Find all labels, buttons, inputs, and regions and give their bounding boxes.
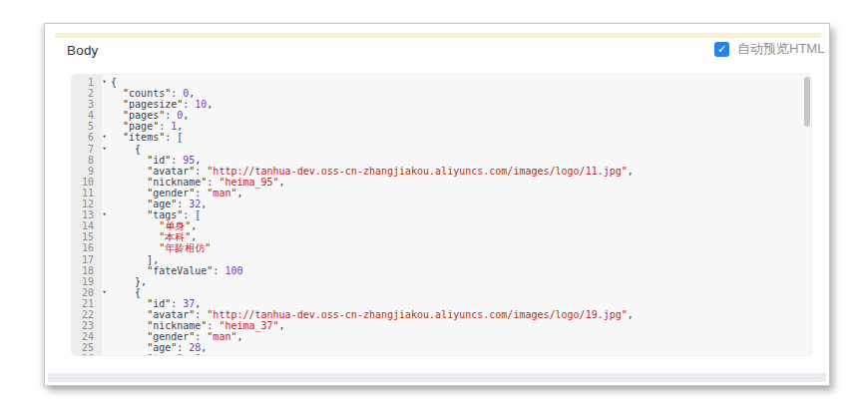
code-line: 14 "单身", bbox=[72, 220, 811, 231]
code-content: "tags": [ bbox=[111, 209, 201, 220]
line-number: 4 bbox=[72, 110, 98, 121]
line-number: 6 bbox=[72, 132, 98, 143]
code-line: 18 "fateValue": 100 bbox=[72, 265, 811, 276]
line-number: 14 bbox=[72, 220, 98, 231]
fold-spacer bbox=[98, 88, 111, 99]
fold-spacer bbox=[98, 121, 111, 132]
code-line: 3 "pagesize": 10, bbox=[72, 99, 811, 110]
line-number: 23 bbox=[72, 320, 98, 331]
code-content: "tags": [ bbox=[111, 353, 201, 355]
line-number: 26 bbox=[72, 353, 98, 355]
notice-strip bbox=[55, 33, 821, 38]
line-number: 17 bbox=[72, 254, 98, 265]
fold-toggle-icon[interactable]: ▾ bbox=[98, 209, 111, 220]
code-line: 8 "id": 95, bbox=[72, 155, 811, 166]
code-line: 20▾ { bbox=[72, 287, 811, 298]
code-line: 13▾ "tags": [ bbox=[72, 209, 811, 220]
code-line: 2 "counts": 0, bbox=[72, 88, 811, 99]
code-content: "年龄相仿" bbox=[111, 242, 211, 253]
line-number: 9 bbox=[72, 166, 98, 177]
code-content: "本科", bbox=[111, 231, 197, 242]
line-number: 25 bbox=[72, 342, 98, 353]
fold-spacer bbox=[98, 220, 111, 231]
fold-spacer bbox=[98, 265, 111, 276]
fold-toggle-icon[interactable]: ▾ bbox=[98, 287, 111, 298]
line-number: 7 bbox=[72, 144, 98, 155]
json-editor[interactable]: 1▾{2 "counts": 0,3 "pagesize": 10,4 "pag… bbox=[71, 74, 812, 356]
fold-toggle-icon[interactable]: ▾ bbox=[98, 77, 111, 88]
fold-spacer bbox=[98, 276, 111, 287]
code-content: "avatar": "http://tanhua-dev.oss-cn-zhan… bbox=[111, 166, 634, 177]
code-content: "items": [ bbox=[111, 132, 183, 143]
code-line: 15 "本科", bbox=[72, 231, 811, 242]
code-content: { bbox=[111, 77, 117, 88]
response-body-panel: Body ✓ 自动预览HTML 1▾{2 "counts": 0,3 "page… bbox=[44, 23, 830, 386]
code-line: 24 "gender": "man", bbox=[72, 331, 811, 342]
panel-title: Body bbox=[67, 43, 99, 58]
fold-spacer bbox=[98, 254, 111, 265]
code-content: "counts": 0, bbox=[111, 88, 195, 99]
line-number: 13 bbox=[72, 209, 98, 220]
code-line: 25 "age": 28, bbox=[72, 342, 811, 353]
fold-spacer bbox=[98, 242, 111, 253]
fold-spacer bbox=[98, 155, 111, 166]
code-line: 10 "nickname": "heima_95", bbox=[72, 177, 811, 188]
code-line: 16 "年龄相仿" bbox=[72, 242, 811, 253]
line-number: 22 bbox=[72, 309, 98, 320]
code-content: "id": 37, bbox=[111, 298, 201, 309]
fold-spacer bbox=[98, 231, 111, 242]
code-line: 26▾ "tags": [ bbox=[72, 353, 811, 355]
line-number: 16 bbox=[72, 242, 98, 253]
code-line: 19 }, bbox=[72, 276, 811, 287]
fold-toggle-icon[interactable]: ▾ bbox=[98, 144, 111, 155]
code-line: 7▾ { bbox=[72, 144, 811, 155]
line-number: 11 bbox=[72, 188, 98, 199]
fold-spacer bbox=[98, 309, 111, 320]
line-number: 1 bbox=[72, 77, 98, 88]
fold-spacer bbox=[98, 177, 111, 188]
code-content: "单身", bbox=[111, 220, 197, 231]
fold-toggle-icon[interactable]: ▾ bbox=[98, 132, 111, 143]
code-content: "avatar": "http://tanhua-dev.oss-cn-zhan… bbox=[111, 309, 634, 320]
code-content: { bbox=[111, 287, 141, 298]
line-number: 8 bbox=[72, 155, 98, 166]
line-number: 24 bbox=[72, 331, 98, 342]
fold-spacer bbox=[98, 110, 111, 121]
fold-spacer bbox=[98, 298, 111, 309]
fold-spacer bbox=[98, 166, 111, 177]
fold-spacer bbox=[98, 342, 111, 353]
vertical-scrollbar-thumb[interactable] bbox=[804, 77, 810, 127]
code-content: ], bbox=[111, 254, 159, 265]
checkbox-checked-icon[interactable]: ✓ bbox=[714, 42, 729, 57]
fold-spacer bbox=[98, 320, 111, 331]
line-number: 2 bbox=[72, 88, 98, 99]
horizontal-scrollbar-track[interactable] bbox=[48, 373, 826, 382]
line-number: 10 bbox=[72, 177, 98, 188]
line-number: 12 bbox=[72, 199, 98, 209]
code-line: 12 "age": 32, bbox=[72, 199, 811, 209]
line-number: 19 bbox=[72, 276, 98, 287]
code-content: "nickname": "heima_95", bbox=[111, 177, 285, 188]
code-content: }, bbox=[111, 276, 147, 287]
code-content: "pages": 0, bbox=[111, 110, 189, 121]
code-lines: 1▾{2 "counts": 0,3 "pagesize": 10,4 "pag… bbox=[72, 75, 811, 355]
code-line: 6▾ "items": [ bbox=[72, 132, 811, 143]
code-content: "age": 28, bbox=[111, 342, 207, 353]
fold-spacer bbox=[98, 331, 111, 342]
code-line: 1▾{ bbox=[72, 77, 811, 88]
code-content: "gender": "man", bbox=[111, 188, 242, 199]
auto-preview-checkbox[interactable]: ✓ 自动预览HTML bbox=[714, 41, 824, 57]
code-content: "nickname": "heima_37", bbox=[111, 320, 285, 331]
auto-preview-label[interactable]: 自动预览HTML bbox=[737, 40, 824, 58]
fold-spacer bbox=[98, 188, 111, 199]
code-line: 23 "nickname": "heima_37", bbox=[72, 320, 811, 331]
fold-toggle-icon[interactable]: ▾ bbox=[98, 353, 111, 355]
code-line: 21 "id": 37, bbox=[72, 298, 811, 309]
code-content: "pagesize": 10, bbox=[111, 99, 213, 110]
code-line: 17 ], bbox=[72, 254, 811, 265]
line-number: 20 bbox=[72, 287, 98, 298]
line-number: 5 bbox=[72, 121, 98, 132]
code-line: 4 "pages": 0, bbox=[72, 110, 811, 121]
code-content: "page": 1, bbox=[111, 121, 183, 132]
code-content: "fateValue": 100 bbox=[111, 265, 242, 276]
